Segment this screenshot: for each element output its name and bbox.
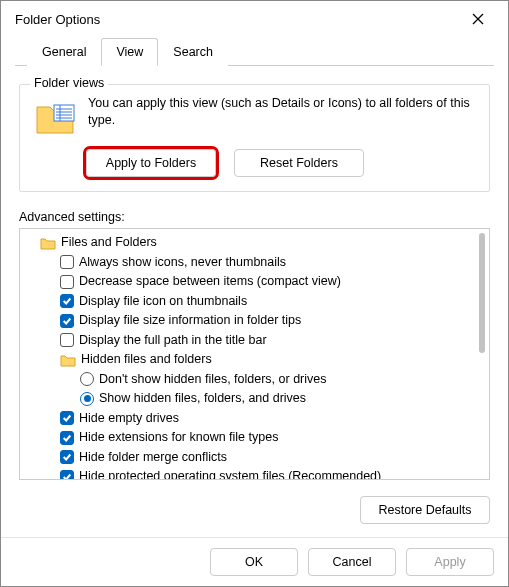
checkbox[interactable]: [60, 275, 74, 289]
tree-item-label: Hide protected operating system files (R…: [79, 467, 381, 480]
tree-item[interactable]: Display file size information in folder …: [26, 311, 475, 331]
svg-rect-2: [54, 105, 74, 121]
folder-options-dialog: Folder Options General View Search Folde…: [0, 0, 509, 587]
tree-item-label: Decrease space between items (compact vi…: [79, 272, 341, 291]
tree-item-label: Hidden files and folders: [81, 350, 212, 369]
ok-button[interactable]: OK: [210, 548, 298, 576]
tree-item[interactable]: Hide protected operating system files (R…: [26, 467, 475, 480]
apply-to-folders-button[interactable]: Apply to Folders: [86, 149, 216, 177]
checkbox[interactable]: [60, 333, 74, 347]
advanced-settings-tree[interactable]: Files and Folders Always show icons, nev…: [19, 228, 490, 480]
tab-search[interactable]: Search: [158, 38, 228, 66]
tab-strip: General View Search: [15, 37, 494, 66]
tree-body: Files and Folders Always show icons, nev…: [20, 229, 489, 480]
close-icon: [472, 13, 484, 25]
tree-item-label: Hide folder merge conflicts: [79, 448, 227, 467]
checkbox[interactable]: [60, 294, 74, 308]
tree-item[interactable]: Hide folder merge conflicts: [26, 448, 475, 468]
tree-item[interactable]: Decrease space between items (compact vi…: [26, 272, 475, 292]
tree-item[interactable]: Display the full path in the title bar: [26, 331, 475, 351]
tree-item-label: Hide extensions for known file types: [79, 428, 278, 447]
tree-item-label: Display the full path in the title bar: [79, 331, 267, 350]
folder-views-group: Folder views You can apply this view (su…: [19, 84, 490, 192]
tree-item[interactable]: Don't show hidden files, folders, or dri…: [26, 370, 475, 390]
tree-item-label: Always show icons, never thumbnails: [79, 253, 286, 272]
tree-item-label: Show hidden files, folders, and drives: [99, 389, 306, 408]
close-button[interactable]: [458, 4, 498, 34]
folder-views-legend: Folder views: [30, 76, 108, 90]
tree-item-label: Don't show hidden files, folders, or dri…: [99, 370, 327, 389]
restore-defaults-button[interactable]: Restore Defaults: [360, 496, 490, 524]
tree-item-label: Hide empty drives: [79, 409, 179, 428]
checkbox[interactable]: [60, 431, 74, 445]
tree-item: Hidden files and folders: [26, 350, 475, 370]
folder-icon: [40, 236, 56, 250]
radio[interactable]: [80, 392, 94, 406]
tree-item[interactable]: Display file icon on thumbnails: [26, 292, 475, 312]
window-title: Folder Options: [15, 12, 458, 27]
tab-view-content: Folder views You can apply this view (su…: [1, 66, 508, 537]
titlebar: Folder Options: [1, 1, 508, 37]
dialog-button-bar: OK Cancel Apply: [1, 537, 508, 586]
folder-icon: [60, 353, 76, 367]
apply-button[interactable]: Apply: [406, 548, 494, 576]
checkbox[interactable]: [60, 255, 74, 269]
scrollbar-thumb[interactable]: [479, 233, 485, 353]
folder-views-icon: [34, 97, 76, 139]
tree-item-label: Display file icon on thumbnails: [79, 292, 247, 311]
checkbox[interactable]: [60, 314, 74, 328]
checkbox[interactable]: [60, 470, 74, 480]
tree-item[interactable]: Always show icons, never thumbnails: [26, 253, 475, 273]
tree-item[interactable]: Show hidden files, folders, and drives: [26, 389, 475, 409]
checkbox[interactable]: [60, 411, 74, 425]
reset-folders-button[interactable]: Reset Folders: [234, 149, 364, 177]
advanced-settings-label: Advanced settings:: [19, 210, 490, 224]
tab-general[interactable]: General: [27, 38, 101, 66]
radio[interactable]: [80, 372, 94, 386]
cancel-button[interactable]: Cancel: [308, 548, 396, 576]
tree-group-label: Files and Folders: [61, 233, 157, 252]
tree-item[interactable]: Hide empty drives: [26, 409, 475, 429]
tree-item[interactable]: Hide extensions for known file types: [26, 428, 475, 448]
tree-group-files-and-folders: Files and Folders: [26, 233, 475, 253]
tree-item-label: Display file size information in folder …: [79, 311, 301, 330]
checkbox[interactable]: [60, 450, 74, 464]
folder-views-desc: You can apply this view (such as Details…: [88, 95, 477, 139]
tab-view[interactable]: View: [101, 38, 158, 66]
